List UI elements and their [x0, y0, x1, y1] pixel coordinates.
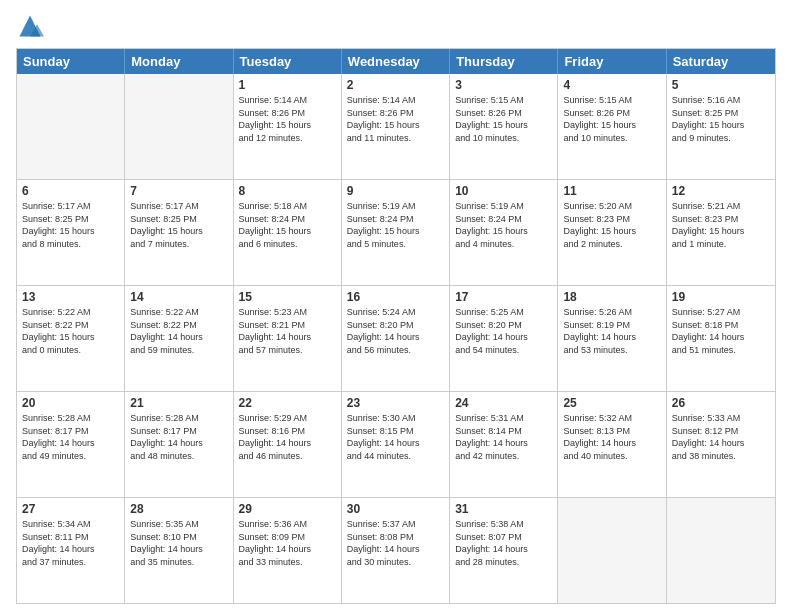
cell-l3: Daylight: 14 hours	[563, 437, 660, 450]
cell-l3: Daylight: 15 hours	[239, 119, 336, 132]
day-number: 7	[130, 184, 227, 198]
cell-l4: and 2 minutes.	[563, 238, 660, 251]
cell-l1: Sunrise: 5:29 AM	[239, 412, 336, 425]
cell-l2: Sunset: 8:19 PM	[563, 319, 660, 332]
day-number: 13	[22, 290, 119, 304]
day-number: 2	[347, 78, 444, 92]
cell-l3: Daylight: 14 hours	[563, 331, 660, 344]
day-cell-29: 29Sunrise: 5:36 AMSunset: 8:09 PMDayligh…	[234, 498, 342, 603]
cell-l1: Sunrise: 5:28 AM	[130, 412, 227, 425]
cell-l3: Daylight: 15 hours	[563, 225, 660, 238]
cell-l1: Sunrise: 5:15 AM	[455, 94, 552, 107]
cell-l3: Daylight: 14 hours	[455, 331, 552, 344]
day-number: 9	[347, 184, 444, 198]
cell-l1: Sunrise: 5:32 AM	[563, 412, 660, 425]
cell-l4: and 0 minutes.	[22, 344, 119, 357]
day-number: 3	[455, 78, 552, 92]
day-cell-14: 14Sunrise: 5:22 AMSunset: 8:22 PMDayligh…	[125, 286, 233, 391]
day-number: 5	[672, 78, 770, 92]
logo-icon	[16, 12, 44, 40]
cell-l2: Sunset: 8:16 PM	[239, 425, 336, 438]
cell-l1: Sunrise: 5:19 AM	[347, 200, 444, 213]
cell-l3: Daylight: 14 hours	[239, 331, 336, 344]
day-cell-13: 13Sunrise: 5:22 AMSunset: 8:22 PMDayligh…	[17, 286, 125, 391]
day-number: 21	[130, 396, 227, 410]
empty-cell	[558, 498, 666, 603]
calendar-header: SundayMondayTuesdayWednesdayThursdayFrid…	[17, 49, 775, 74]
cell-l1: Sunrise: 5:38 AM	[455, 518, 552, 531]
cell-l3: Daylight: 15 hours	[563, 119, 660, 132]
cell-l3: Daylight: 15 hours	[672, 119, 770, 132]
cell-l4: and 8 minutes.	[22, 238, 119, 251]
cell-l4: and 53 minutes.	[563, 344, 660, 357]
day-cell-28: 28Sunrise: 5:35 AMSunset: 8:10 PMDayligh…	[125, 498, 233, 603]
cell-l4: and 40 minutes.	[563, 450, 660, 463]
cell-l1: Sunrise: 5:17 AM	[130, 200, 227, 213]
cell-l1: Sunrise: 5:20 AM	[563, 200, 660, 213]
day-number: 6	[22, 184, 119, 198]
day-cell-24: 24Sunrise: 5:31 AMSunset: 8:14 PMDayligh…	[450, 392, 558, 497]
day-cell-3: 3Sunrise: 5:15 AMSunset: 8:26 PMDaylight…	[450, 74, 558, 179]
day-number: 20	[22, 396, 119, 410]
cell-l2: Sunset: 8:22 PM	[22, 319, 119, 332]
cell-l1: Sunrise: 5:18 AM	[239, 200, 336, 213]
cell-l4: and 48 minutes.	[130, 450, 227, 463]
cell-l2: Sunset: 8:18 PM	[672, 319, 770, 332]
cell-l1: Sunrise: 5:34 AM	[22, 518, 119, 531]
day-cell-22: 22Sunrise: 5:29 AMSunset: 8:16 PMDayligh…	[234, 392, 342, 497]
cell-l4: and 42 minutes.	[455, 450, 552, 463]
cell-l4: and 35 minutes.	[130, 556, 227, 569]
cell-l1: Sunrise: 5:14 AM	[239, 94, 336, 107]
day-number: 23	[347, 396, 444, 410]
calendar-row-3: 13Sunrise: 5:22 AMSunset: 8:22 PMDayligh…	[17, 285, 775, 391]
cell-l2: Sunset: 8:22 PM	[130, 319, 227, 332]
cell-l2: Sunset: 8:11 PM	[22, 531, 119, 544]
cell-l1: Sunrise: 5:33 AM	[672, 412, 770, 425]
cell-l3: Daylight: 14 hours	[130, 437, 227, 450]
cell-l4: and 30 minutes.	[347, 556, 444, 569]
cell-l1: Sunrise: 5:16 AM	[672, 94, 770, 107]
cell-l3: Daylight: 14 hours	[455, 543, 552, 556]
day-number: 8	[239, 184, 336, 198]
header-day-tuesday: Tuesday	[234, 49, 342, 74]
cell-l4: and 56 minutes.	[347, 344, 444, 357]
cell-l2: Sunset: 8:10 PM	[130, 531, 227, 544]
cell-l1: Sunrise: 5:24 AM	[347, 306, 444, 319]
cell-l2: Sunset: 8:25 PM	[22, 213, 119, 226]
cell-l1: Sunrise: 5:31 AM	[455, 412, 552, 425]
cell-l3: Daylight: 15 hours	[347, 225, 444, 238]
day-cell-10: 10Sunrise: 5:19 AMSunset: 8:24 PMDayligh…	[450, 180, 558, 285]
cell-l4: and 46 minutes.	[239, 450, 336, 463]
cell-l1: Sunrise: 5:26 AM	[563, 306, 660, 319]
cell-l2: Sunset: 8:13 PM	[563, 425, 660, 438]
day-number: 11	[563, 184, 660, 198]
day-cell-23: 23Sunrise: 5:30 AMSunset: 8:15 PMDayligh…	[342, 392, 450, 497]
cell-l1: Sunrise: 5:25 AM	[455, 306, 552, 319]
cell-l4: and 1 minute.	[672, 238, 770, 251]
cell-l4: and 28 minutes.	[455, 556, 552, 569]
cell-l1: Sunrise: 5:21 AM	[672, 200, 770, 213]
cell-l2: Sunset: 8:25 PM	[130, 213, 227, 226]
day-cell-9: 9Sunrise: 5:19 AMSunset: 8:24 PMDaylight…	[342, 180, 450, 285]
calendar-row-1: 1Sunrise: 5:14 AMSunset: 8:26 PMDaylight…	[17, 74, 775, 179]
cell-l2: Sunset: 8:08 PM	[347, 531, 444, 544]
cell-l3: Daylight: 14 hours	[22, 437, 119, 450]
cell-l4: and 37 minutes.	[22, 556, 119, 569]
cell-l2: Sunset: 8:25 PM	[672, 107, 770, 120]
cell-l1: Sunrise: 5:22 AM	[22, 306, 119, 319]
cell-l1: Sunrise: 5:17 AM	[22, 200, 119, 213]
day-cell-16: 16Sunrise: 5:24 AMSunset: 8:20 PMDayligh…	[342, 286, 450, 391]
day-cell-17: 17Sunrise: 5:25 AMSunset: 8:20 PMDayligh…	[450, 286, 558, 391]
cell-l3: Daylight: 15 hours	[130, 225, 227, 238]
cell-l1: Sunrise: 5:37 AM	[347, 518, 444, 531]
cell-l2: Sunset: 8:26 PM	[455, 107, 552, 120]
header	[16, 12, 776, 40]
cell-l2: Sunset: 8:20 PM	[455, 319, 552, 332]
day-cell-19: 19Sunrise: 5:27 AMSunset: 8:18 PMDayligh…	[667, 286, 775, 391]
cell-l2: Sunset: 8:15 PM	[347, 425, 444, 438]
day-number: 19	[672, 290, 770, 304]
day-number: 22	[239, 396, 336, 410]
cell-l2: Sunset: 8:17 PM	[130, 425, 227, 438]
cell-l3: Daylight: 14 hours	[347, 543, 444, 556]
day-number: 1	[239, 78, 336, 92]
